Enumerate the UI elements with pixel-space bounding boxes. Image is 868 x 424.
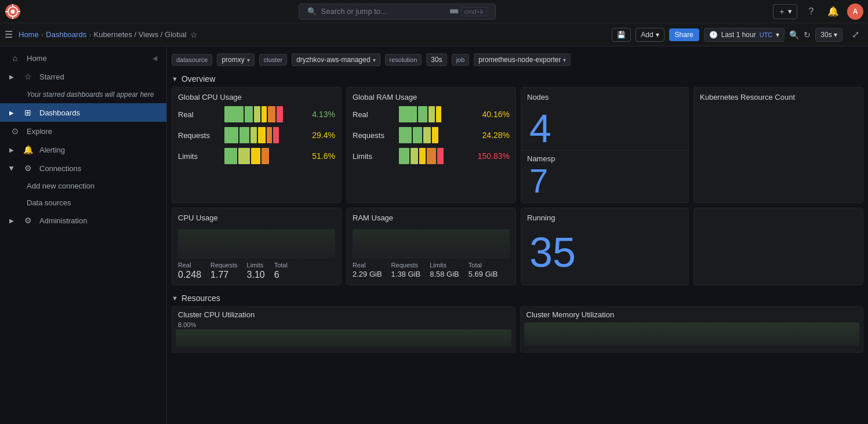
running-value: 35 bbox=[521, 224, 688, 278]
sidebar-item-explore[interactable]: ⊙ Explore bbox=[0, 122, 166, 140]
datasource-filter-select[interactable]: promxy ▾ bbox=[217, 53, 254, 66]
sidebar-item-alerting[interactable]: ▶ 🔔 Alerting bbox=[0, 140, 166, 159]
resolution-value: 30s bbox=[431, 56, 442, 64]
new-item-button[interactable]: ＋ ▾ bbox=[773, 4, 797, 19]
shortcut-icon: ⌨️ bbox=[449, 7, 459, 16]
overview-section-header[interactable]: ▼ Overview bbox=[172, 71, 863, 87]
cpu-requests-value: 29.4% bbox=[295, 131, 335, 140]
collapse-sidebar-icon: ◀ bbox=[152, 55, 157, 62]
bar-seg-11 bbox=[267, 127, 272, 143]
bar-seg-6 bbox=[277, 106, 283, 122]
resources-section-header[interactable]: ▼ Resources bbox=[172, 290, 863, 306]
overview-section-title: Overview bbox=[181, 74, 215, 84]
ram-usage-title: RAM Usage bbox=[353, 213, 393, 222]
add-arrow: ▾ bbox=[656, 31, 659, 39]
cpu-limits-row: Limits 51.6% bbox=[172, 146, 341, 166]
job-value: prometheus-node-exporter bbox=[478, 56, 561, 64]
save-dashboard-button[interactable]: 💾 bbox=[612, 28, 631, 42]
ram-stat-total-value: 5.69 GiB bbox=[468, 270, 498, 278]
time-range-value: Last 1 hour bbox=[721, 31, 756, 39]
search-bar[interactable]: 🔍 Search or jump to... ⌨️ cmd+k bbox=[299, 3, 496, 20]
cluster-filter-select[interactable]: dryzhkov-aws-managed ▾ bbox=[292, 53, 380, 66]
cpu-usage-panel: CPU Usage ⋯ Real 0.248 Requests 1.77 bbox=[172, 208, 342, 285]
ram-stat-total-label: Total bbox=[468, 262, 498, 269]
connections-toggle-arrow: ▶ bbox=[9, 166, 15, 171]
ram-bar-8 bbox=[432, 127, 438, 143]
k8s-resource-chart-area bbox=[694, 104, 863, 173]
ram-bar-13 bbox=[437, 148, 444, 164]
full-screen-button[interactable]: ⤢ bbox=[847, 27, 863, 43]
help-button[interactable]: ? bbox=[803, 3, 819, 20]
cpu-real-row: Real 4.13% bbox=[172, 104, 341, 125]
ram-stat-limits-label: Limits bbox=[430, 262, 459, 269]
ram-usage-panel: RAM Usage ⋯ Real 2.29 GiB Requests 1.38 … bbox=[346, 208, 516, 285]
ram-bar-9 bbox=[399, 148, 409, 164]
cpu-stat-total: Total 6 bbox=[274, 262, 288, 280]
bar-seg-15 bbox=[251, 148, 260, 164]
cluster-filter-label: cluster bbox=[259, 54, 287, 66]
ram-bar-12 bbox=[427, 148, 436, 164]
ram-stat-real-label: Real bbox=[353, 262, 382, 269]
avatar[interactable]: A bbox=[847, 3, 863, 20]
timezone-value: UTC bbox=[760, 31, 773, 38]
breadcrumb-home[interactable]: Home bbox=[19, 30, 39, 39]
bar-seg-8 bbox=[239, 127, 249, 143]
cpu-usage-content: Real 0.248 Requests 1.77 Limits 3.10 T bbox=[172, 224, 341, 285]
nodes-title: Nodes bbox=[527, 93, 549, 102]
ram-bar-6 bbox=[413, 127, 422, 143]
ram-bar-5 bbox=[399, 127, 412, 143]
resources-collapse-arrow: ▼ bbox=[172, 295, 178, 302]
job-filter-label: job bbox=[452, 54, 470, 66]
datasource-filter-label: datasource bbox=[172, 54, 212, 66]
sidebar-item-dashboards[interactable]: ▶ ⊞ Dashboards bbox=[0, 103, 166, 122]
save-icon: 💾 bbox=[617, 31, 626, 39]
sidebar-toggle-button[interactable]: ☰ bbox=[5, 29, 13, 40]
topbar: 🔍 Search or jump to... ⌨️ cmd+k ＋ ▾ ? 🔔 … bbox=[0, 0, 868, 23]
dashboards-icon: ⊞ bbox=[22, 108, 34, 117]
ram-requests-value: 24.28% bbox=[469, 131, 510, 140]
ram-stat-requests-value: 1.38 GiB bbox=[391, 270, 421, 278]
sidebar-item-home[interactable]: ⌂ Home ◀ bbox=[0, 49, 166, 67]
sidebar-item-add-connection[interactable]: Add new connection bbox=[0, 177, 166, 194]
cpu-stat-requests: Requests 1.77 bbox=[210, 262, 237, 280]
main-layout: ⌂ Home ◀ ▶ ☆ Starred Your starred dashbo… bbox=[0, 46, 868, 424]
global-ram-panel-header: Global RAM Usage ⋯ bbox=[347, 88, 515, 104]
refresh-interval-selector[interactable]: 30s ▾ bbox=[815, 28, 842, 42]
connections-label: Connections bbox=[39, 164, 81, 173]
cpu-stat-real-value: 0.248 bbox=[178, 270, 201, 280]
resolution-filter-label: resolution bbox=[385, 54, 422, 66]
resolution-filter-select[interactable]: 30s bbox=[426, 53, 446, 66]
cpu-limits-label: Limits bbox=[178, 152, 219, 161]
cluster-mem-util-panel: Cluster Memory Utilization bbox=[520, 306, 864, 353]
namesp-title: Namesp bbox=[521, 150, 688, 163]
explore-icon: ⊙ bbox=[9, 126, 21, 136]
sidebar-item-data-sources[interactable]: Data sources bbox=[0, 194, 166, 211]
cpu-usage-title: CPU Usage bbox=[178, 213, 218, 222]
cpu-stat-total-value: 6 bbox=[274, 270, 288, 280]
notifications-button[interactable]: 🔔 bbox=[825, 3, 841, 20]
ram-limits-label: Limits bbox=[353, 152, 393, 161]
overview-top-grid: Global CPU Usage ⋯ Real 4.13% bbox=[172, 87, 863, 203]
sidebar-item-administration[interactable]: ▶ ⚙ Administration bbox=[0, 211, 166, 230]
refresh-button[interactable]: ↻ bbox=[804, 30, 811, 39]
cpu-stat-real-label: Real bbox=[178, 262, 201, 269]
add-panel-button[interactable]: Add ▾ bbox=[635, 28, 664, 42]
plus-arrow: ▾ bbox=[788, 7, 792, 16]
cpu-requests-row: Requests 29.4% bbox=[172, 125, 341, 146]
sidebar-item-starred[interactable]: ▶ ☆ Starred bbox=[0, 67, 166, 86]
topbar-left bbox=[5, 3, 21, 20]
cluster-cpu-util-header: Cluster CPU Utilization bbox=[172, 307, 515, 320]
star-dashboard-button[interactable]: ☆ bbox=[190, 30, 198, 39]
overview-collapse-arrow: ▼ bbox=[172, 75, 178, 82]
cluster-mem-util-chart bbox=[524, 322, 860, 346]
share-button[interactable]: Share bbox=[669, 28, 699, 41]
administration-label: Administration bbox=[39, 216, 87, 225]
ram-usage-content: Real 2.29 GiB Requests 1.38 GiB Limits 8… bbox=[347, 224, 515, 283]
breadcrumb-dashboards[interactable]: Dashboards bbox=[46, 30, 86, 39]
job-filter-select[interactable]: prometheus-node-exporter ▾ bbox=[474, 53, 571, 66]
cluster-arrow: ▾ bbox=[373, 57, 376, 63]
sidebar-item-connections[interactable]: ▶ ⚙ Connections bbox=[0, 159, 166, 177]
time-range-picker[interactable]: 🕐 Last 1 hour UTC ▾ bbox=[704, 28, 785, 42]
bar-seg-9 bbox=[250, 127, 257, 143]
zoom-out-button[interactable]: 🔍 bbox=[789, 30, 799, 39]
